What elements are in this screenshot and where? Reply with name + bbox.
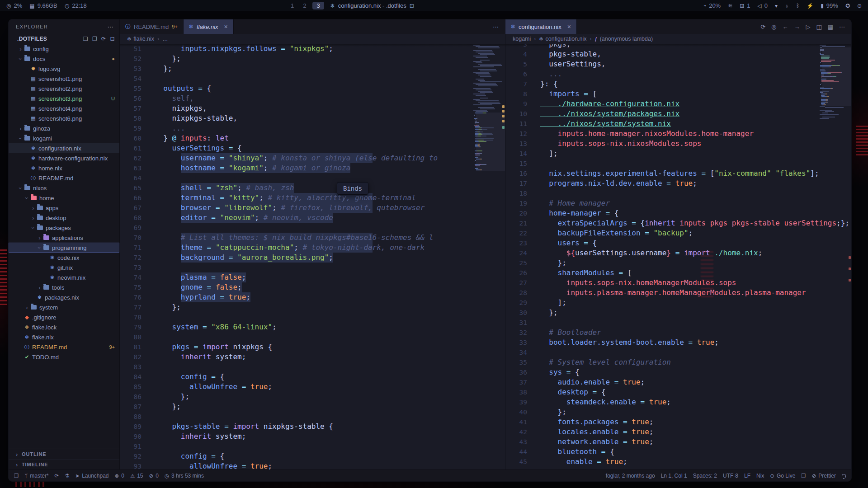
power-plug-module[interactable]: ⚡ xyxy=(807,3,813,9)
prettier-item[interactable]: ⊘Prettier xyxy=(812,473,836,479)
beaker-icon[interactable]: ⚗ xyxy=(65,473,69,479)
tree-item-desktop[interactable]: ›desktop xyxy=(9,213,119,223)
close-icon[interactable]: × xyxy=(567,23,571,30)
tree-item-packages[interactable]: ›packages xyxy=(9,223,119,233)
tree-item-neovim-nix[interactable]: ❄neovim.nix xyxy=(9,272,119,282)
close-icon[interactable]: × xyxy=(224,23,228,30)
bluetooth-module[interactable]: ᛒ xyxy=(796,3,799,9)
breadcrumb-item-configuration-nix[interactable]: ❄configuration.nix xyxy=(539,36,586,42)
minimap[interactable] xyxy=(473,45,502,170)
clock-module[interactable]: ◷22:18 xyxy=(65,2,87,9)
tree-item-readme-md[interactable]: ⓘREADME.md9+ xyxy=(9,342,119,352)
tree-item-apps[interactable]: ›apps xyxy=(9,203,119,213)
volume-module[interactable]: ◁0 xyxy=(758,2,768,9)
more-actions-icon[interactable]: ⋯ xyxy=(493,23,499,30)
section-timeline[interactable]: ›TIMELINE xyxy=(9,459,119,469)
tree-item-flake-lock[interactable]: ❖flake.lock xyxy=(9,322,119,332)
wifi-module[interactable]: ≋ xyxy=(728,3,732,9)
tab-flake-nix[interactable]: ❄flake.nix× xyxy=(184,19,234,34)
tree-item-packages-nix[interactable]: ❄packages.nix xyxy=(9,292,119,302)
errors-item[interactable]: ⊗0 xyxy=(115,473,124,479)
indentation-item[interactable]: Spaces: 2 xyxy=(693,473,717,479)
gauge-module[interactable]: ◔20% xyxy=(703,2,721,9)
wakatime-item[interactable]: ◷3 hrs 53 mins xyxy=(165,473,204,479)
launchpad-item[interactable]: ➤Launchpad xyxy=(75,473,109,479)
workspace-3[interactable]: 3 xyxy=(312,2,324,9)
git-branch-item[interactable]: ᛘmaster* xyxy=(24,473,48,479)
tree-root-dotfiles[interactable]: .DOTFILES ❏❐⟳⊟ xyxy=(9,34,119,44)
breadcrumb-item-kogami[interactable]: kogami xyxy=(513,36,531,42)
tree-item-code-nix[interactable]: ❄code.nix xyxy=(9,253,119,263)
minimap[interactable] xyxy=(820,45,849,119)
mic-module[interactable]: ♁ xyxy=(785,3,789,9)
file-tree[interactable]: .DOTFILES ❏❐⟳⊟ ›config›docs●✸logo.svg▦sc… xyxy=(9,34,119,449)
tree-item-hardware-configuration-nix[interactable]: ❄hardware-configuration.nix xyxy=(9,153,119,163)
tree-item-readme-md[interactable]: ⓘREADME.md xyxy=(9,173,119,183)
workspace-1[interactable]: 1 xyxy=(288,2,297,9)
bell-icon[interactable] xyxy=(842,474,846,478)
tree-item-nixos[interactable]: ›nixos xyxy=(9,183,119,193)
tree-item-home[interactable]: ›home xyxy=(9,193,119,203)
tree-item-kogami[interactable]: ›kogami xyxy=(9,133,119,143)
navigate-back-icon[interactable]: ← xyxy=(782,23,788,30)
tab-readme-md[interactable]: ⓘREADME.md9+ xyxy=(120,19,184,34)
tree-item-docs[interactable]: ›docs● xyxy=(9,54,119,64)
tree-item-programming[interactable]: ›programming xyxy=(9,243,119,253)
code-area[interactable]: 3 pkgs,4 pkgs-stable,5 userSettings,6 ..… xyxy=(505,44,851,469)
run-icon[interactable]: ▷ xyxy=(806,23,810,30)
encoding-item[interactable]: UTF-8 xyxy=(723,473,738,479)
tab-configuration-nix[interactable]: ❄configuration.nix× xyxy=(505,19,577,34)
sync-icon[interactable]: ⟳ xyxy=(55,473,59,479)
editor-layout-icon[interactable]: ▦ xyxy=(828,23,833,30)
tree-item-config[interactable]: ›config xyxy=(9,44,119,54)
tree-item-screenshot2-png[interactable]: ▦screenshot2.png xyxy=(9,84,119,94)
refresh-explorer-icon[interactable]: ⟳ xyxy=(101,36,106,42)
tree-item-home-nix[interactable]: ❄home.nix xyxy=(9,163,119,173)
security-module[interactable]: ✪ xyxy=(845,3,850,9)
new-file-icon[interactable]: ❏ xyxy=(83,36,88,42)
breadcrumb-item-anonymous-lambda[interactable]: ƒ(anonymous lambda) xyxy=(595,36,653,42)
tree-item-gitignore[interactable]: ◆.gitignore xyxy=(9,312,119,322)
eol-item[interactable]: LF xyxy=(744,473,750,479)
tree-item-screenshot4-png[interactable]: ▦screenshot4.png xyxy=(9,103,119,113)
go-live-item[interactable]: ⊙Go Live xyxy=(770,473,795,479)
tree-item-screenshot6-png[interactable]: ▦screenshot6.png xyxy=(9,113,119,123)
cpu-module[interactable]: ◎2% xyxy=(6,2,22,9)
compare-icon[interactable]: ◎ xyxy=(771,23,776,30)
split-editor-icon[interactable]: ◫ xyxy=(816,23,821,30)
circle-slash-item[interactable]: ⊘0 xyxy=(149,473,159,479)
tree-item-applications[interactable]: ›applications xyxy=(9,233,119,243)
breadcrumb-item-[interactable]: … xyxy=(162,36,168,42)
views-more-icon[interactable]: ⋯ xyxy=(108,23,114,30)
code-area[interactable]: 51 inputs.nixpkgs.follows = "nixpkgs";52… xyxy=(120,44,505,469)
cursor-position-item[interactable]: Ln 1, Col 1 xyxy=(661,473,687,479)
monitor-module[interactable]: ⊞1 xyxy=(740,2,750,9)
power-module[interactable]: ⊙ xyxy=(857,3,862,9)
tree-item-configuration-nix[interactable]: ❄configuration.nix xyxy=(9,143,119,153)
sync-icon[interactable]: ⟳ xyxy=(760,23,765,30)
tree-item-system[interactable]: ›system xyxy=(9,302,119,312)
breadcrumb-item-flake-nix[interactable]: ❄flake.nix xyxy=(127,36,154,42)
battery-module[interactable]: ▮99% xyxy=(821,2,838,9)
navigate-forward-icon[interactable]: → xyxy=(794,23,800,30)
tree-item-flake-nix[interactable]: ❄flake.nix xyxy=(9,332,119,342)
tree-item-screenshot1-png[interactable]: ▦screenshot1.png xyxy=(9,74,119,84)
more-actions-icon[interactable]: ⋯ xyxy=(839,23,845,30)
browser-preview-icon[interactable]: ❒ xyxy=(801,473,806,479)
collapse-folders-icon[interactable]: ⊟ xyxy=(110,36,115,42)
tree-item-logo-svg[interactable]: ✸logo.svg xyxy=(9,64,119,74)
tree-item-tools[interactable]: ›tools xyxy=(9,282,119,292)
section-outline[interactable]: ›OUTLINE xyxy=(9,449,119,459)
remote-window-icon[interactable]: ❐ xyxy=(14,473,19,479)
workspace-2[interactable]: 2 xyxy=(300,2,309,9)
new-folder-icon[interactable]: ❐ xyxy=(92,36,97,42)
tree-item-git-nix[interactable]: ❄git.nix xyxy=(9,263,119,272)
chevron-down-module[interactable]: ▾ xyxy=(775,3,778,9)
tree-item-todo-md[interactable]: ✔TODO.md xyxy=(9,352,119,362)
warnings-item[interactable]: ⚠15 xyxy=(130,473,143,479)
tree-item-screenshot3-png[interactable]: ▦screenshot3.pngU xyxy=(9,94,119,103)
git-blame-item[interactable]: foglar, 2 months ago xyxy=(606,473,655,479)
tree-item-ginoza[interactable]: ›ginoza xyxy=(9,123,119,133)
memory-module[interactable]: ▤9.66GB xyxy=(29,2,57,9)
language-mode-item[interactable]: Nix xyxy=(756,473,764,479)
